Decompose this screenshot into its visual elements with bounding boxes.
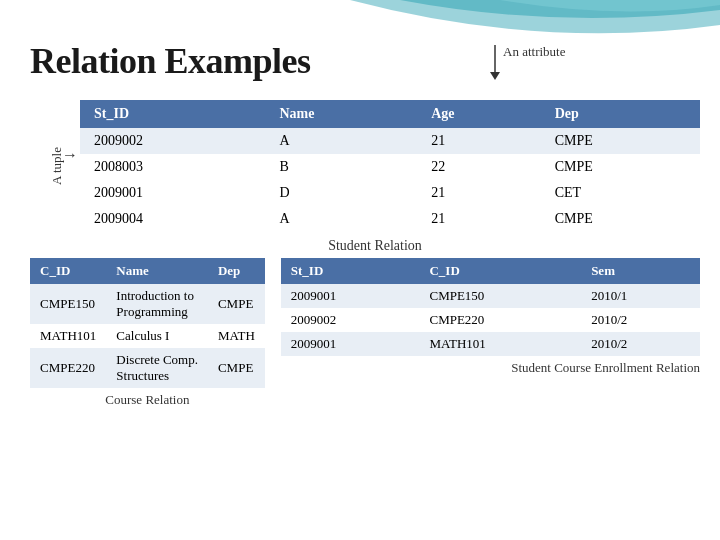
cell-stid: 2009004 (80, 206, 265, 232)
cell-cid: MATH101 (30, 324, 106, 348)
cell-name: Calculus I (106, 324, 208, 348)
cell-age: 21 (417, 206, 541, 232)
bottom-tables: C_ID Name Dep CMPE150 Introduction toPro… (30, 258, 700, 408)
cell-name: B (265, 154, 417, 180)
cell-stid: 2009002 (281, 308, 420, 332)
course-col-dep: Dep (208, 258, 265, 284)
cell-age: 21 (417, 180, 541, 206)
table-row: CMPE150 Introduction toProgramming CMPE (30, 284, 265, 324)
cell-cid: CMPE150 (419, 284, 581, 308)
cell-cid: MATH101 (419, 332, 581, 356)
enroll-col-stid: St_ID (281, 258, 420, 284)
title-area: Relation Examples An attribute (30, 40, 700, 82)
enrollment-table: St_ID C_ID Sem 2009001 CMPE150 2010/1 20… (281, 258, 700, 356)
cell-stid: 2009001 (80, 180, 265, 206)
cell-name: A (265, 128, 417, 154)
enrollment-table-wrapper: St_ID C_ID Sem 2009001 CMPE150 2010/1 20… (281, 258, 700, 376)
cell-age: 22 (417, 154, 541, 180)
table-row: 2009002 CMPE220 2010/2 (281, 308, 700, 332)
cell-cid: CMPE150 (30, 284, 106, 324)
student-col-stid: St_ID (80, 100, 265, 128)
course-table-wrapper: C_ID Name Dep CMPE150 Introduction toPro… (30, 258, 265, 408)
cell-dep: CMPE (541, 154, 700, 180)
student-table-wrapper: → St_ID Name Age Dep 2009002 A 21 CMPE 2… (80, 100, 700, 232)
cell-dep: CMPE (541, 206, 700, 232)
cell-name: D (265, 180, 417, 206)
cell-dep: CET (541, 180, 700, 206)
course-table: C_ID Name Dep CMPE150 Introduction toPro… (30, 258, 265, 388)
table-row: 2008003 B 22 CMPE (80, 154, 700, 180)
cell-name: Discrete Comp.Structures (106, 348, 208, 388)
enroll-col-cid: C_ID (419, 258, 581, 284)
cell-stid: 2009001 (281, 332, 420, 356)
course-col-cid: C_ID (30, 258, 106, 284)
table-row: CMPE220 Discrete Comp.Structures CMPE (30, 348, 265, 388)
enroll-col-sem: Sem (581, 258, 700, 284)
table-row: 2009002 A 21 CMPE (80, 128, 700, 154)
table-row: 2009001 MATH101 2010/2 (281, 332, 700, 356)
cell-stid: 2009001 (281, 284, 420, 308)
svg-text:An attribute: An attribute (503, 44, 566, 59)
cell-dep: MATH (208, 324, 265, 348)
tuple-arrow: → (62, 146, 78, 164)
enrollment-relation-label: Student Course Enrollment Relation (281, 360, 700, 376)
cell-stid: 2009002 (80, 128, 265, 154)
cell-cid: CMPE220 (419, 308, 581, 332)
cell-sem: 2010/2 (581, 308, 700, 332)
cell-dep: CMPE (541, 128, 700, 154)
cell-name: A (265, 206, 417, 232)
cell-stid: 2008003 (80, 154, 265, 180)
cell-dep: CMPE (208, 348, 265, 388)
table-row: 2009004 A 21 CMPE (80, 206, 700, 232)
cell-cid: CMPE220 (30, 348, 106, 388)
page-title: Relation Examples (30, 40, 311, 82)
student-relation-label: Student Relation (50, 238, 700, 254)
course-relation-label: Course Relation (30, 392, 265, 408)
cell-sem: 2010/1 (581, 284, 700, 308)
cell-age: 21 (417, 128, 541, 154)
table-row: MATH101 Calculus I MATH (30, 324, 265, 348)
student-table: St_ID Name Age Dep 2009002 A 21 CMPE 200… (80, 100, 700, 232)
svg-marker-1 (490, 72, 500, 80)
course-col-name: Name (106, 258, 208, 284)
cell-dep: CMPE (208, 284, 265, 324)
annotation-arrow: An attribute (485, 40, 605, 80)
student-col-name: Name (265, 100, 417, 128)
cell-name: Introduction toProgramming (106, 284, 208, 324)
cell-sem: 2010/2 (581, 332, 700, 356)
student-col-dep: Dep (541, 100, 700, 128)
student-col-age: Age (417, 100, 541, 128)
table-row: 2009001 D 21 CET (80, 180, 700, 206)
table-row: 2009001 CMPE150 2010/1 (281, 284, 700, 308)
